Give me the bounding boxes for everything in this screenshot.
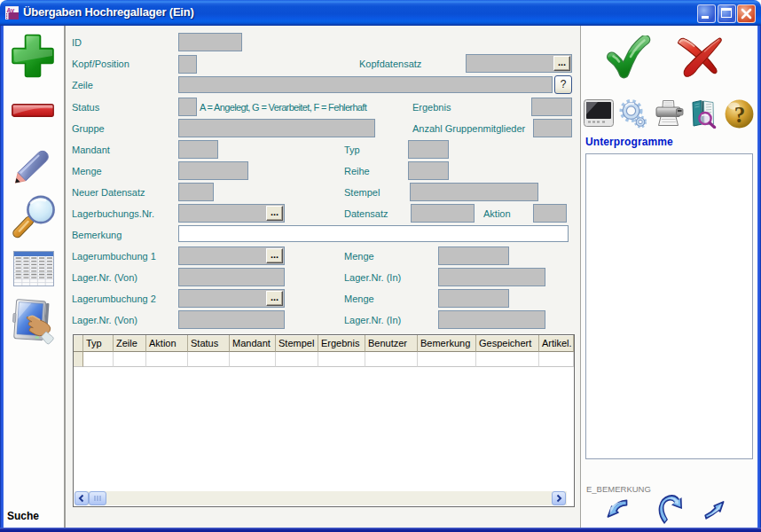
svg-text:?: ?	[734, 103, 746, 127]
svg-text:Av: Av	[7, 7, 15, 13]
